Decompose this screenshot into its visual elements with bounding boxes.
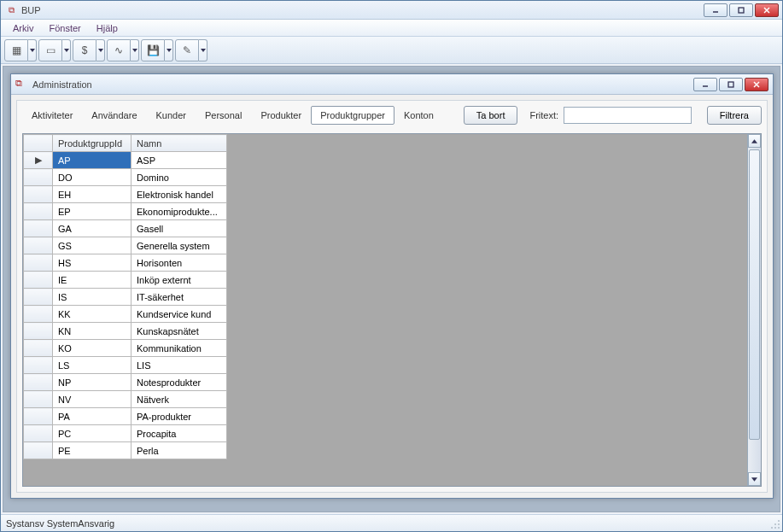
- table-row[interactable]: PAPA-produkter: [24, 408, 227, 425]
- row-header[interactable]: [24, 340, 53, 357]
- cell-namn[interactable]: Procapita: [131, 425, 227, 442]
- table-row[interactable]: ▶APASP: [24, 152, 227, 169]
- app-titlebar[interactable]: ⧉ BUP: [1, 1, 782, 20]
- row-header[interactable]: ▶: [24, 152, 53, 169]
- child-titlebar[interactable]: ⧉ Administration: [11, 74, 773, 95]
- cell-produktgruppid[interactable]: PE: [53, 442, 131, 459]
- tool-document-icon[interactable]: ▭: [38, 39, 62, 61]
- cell-produktgruppid[interactable]: GS: [53, 237, 131, 254]
- row-header-corner[interactable]: [24, 135, 53, 152]
- tab-personal[interactable]: Personal: [196, 106, 251, 125]
- data-grid[interactable]: ProduktgruppId Namn ▶APASPDODominoEHElek…: [22, 133, 762, 487]
- table-row[interactable]: DODomino: [24, 169, 227, 186]
- cell-produktgruppid[interactable]: KO: [53, 340, 131, 357]
- row-header[interactable]: [24, 254, 53, 272]
- cell-produktgruppid[interactable]: KN: [53, 323, 131, 340]
- vertical-scrollbar[interactable]: [747, 134, 761, 486]
- cell-namn[interactable]: Domino: [131, 169, 227, 186]
- row-header[interactable]: [24, 323, 53, 340]
- tab-produktgrupper[interactable]: Produktgrupper: [311, 106, 394, 125]
- tool-document-dropdown[interactable]: [62, 39, 71, 61]
- row-header[interactable]: [24, 186, 53, 203]
- table-row[interactable]: PEPerla: [24, 442, 227, 459]
- cell-namn[interactable]: IT-säkerhet: [131, 289, 227, 306]
- tab-kunder[interactable]: Kunder: [147, 106, 196, 125]
- row-header[interactable]: [24, 374, 53, 391]
- close-button[interactable]: [755, 3, 779, 17]
- cell-produktgruppid[interactable]: LS: [53, 357, 131, 374]
- tool-chart-icon[interactable]: ∿: [107, 39, 131, 61]
- cell-namn[interactable]: PA-produkter: [131, 408, 227, 425]
- freetext-input[interactable]: [564, 107, 692, 124]
- child-minimize-button[interactable]: [693, 78, 717, 91]
- cell-namn[interactable]: Perla: [131, 442, 227, 459]
- resize-grip-icon[interactable]: [768, 517, 780, 529]
- cell-namn[interactable]: Kundservice kund: [131, 306, 227, 323]
- cell-produktgruppid[interactable]: GA: [53, 220, 131, 237]
- tool-currency-dropdown[interactable]: [96, 39, 105, 61]
- scroll-thumb[interactable]: [749, 149, 760, 440]
- row-header[interactable]: [24, 391, 53, 408]
- cell-namn[interactable]: Elektronisk handel: [131, 186, 227, 203]
- table-row[interactable]: IEInköp externt: [24, 272, 227, 289]
- cell-produktgruppid[interactable]: NP: [53, 374, 131, 391]
- tool-tools-icon[interactable]: ✎: [175, 39, 199, 61]
- table-row[interactable]: KKKundservice kund: [24, 306, 227, 323]
- maximize-button[interactable]: [729, 3, 753, 17]
- table-row[interactable]: LSLIS: [24, 357, 227, 374]
- tool-chart-dropdown[interactable]: [131, 39, 139, 61]
- cell-namn[interactable]: ASP: [131, 152, 227, 169]
- table-row[interactable]: PCProcapita: [24, 425, 227, 442]
- tab-konton[interactable]: Konton: [394, 106, 443, 125]
- table-row[interactable]: KOKommunikation: [24, 340, 227, 357]
- cell-produktgruppid[interactable]: NV: [53, 391, 131, 408]
- cell-produktgruppid[interactable]: IS: [53, 289, 131, 306]
- cell-produktgruppid[interactable]: IE: [53, 272, 131, 289]
- cell-produktgruppid[interactable]: AP: [53, 152, 131, 169]
- tab-produkter[interactable]: Produkter: [251, 106, 311, 125]
- cell-namn[interactable]: Nätverk: [131, 391, 227, 408]
- cell-produktgruppid[interactable]: HS: [53, 254, 131, 272]
- table-row[interactable]: ISIT-säkerhet: [24, 289, 227, 306]
- row-header[interactable]: [24, 357, 53, 374]
- row-header[interactable]: [24, 220, 53, 237]
- cell-produktgruppid[interactable]: DO: [53, 169, 131, 186]
- cell-namn[interactable]: Notesprodukter: [131, 374, 227, 391]
- table-row[interactable]: EPEkonomiprodukte...: [24, 203, 227, 220]
- child-close-button[interactable]: [745, 78, 768, 91]
- menu-hjalp[interactable]: Hjälp: [90, 21, 125, 35]
- table-row[interactable]: GAGasell: [24, 220, 227, 237]
- row-header[interactable]: [24, 237, 53, 254]
- scroll-up-button[interactable]: [748, 134, 761, 148]
- cell-namn[interactable]: Ekonomiprodukte...: [131, 203, 227, 220]
- tool-save-dropdown[interactable]: [165, 39, 173, 61]
- column-header-name[interactable]: Namn: [131, 135, 227, 152]
- row-header[interactable]: [24, 289, 53, 306]
- scroll-down-button[interactable]: [748, 472, 761, 486]
- menu-arkiv[interactable]: Arkiv: [6, 21, 40, 35]
- cell-namn[interactable]: Horisonten: [131, 254, 227, 272]
- tool-grid-icon[interactable]: ▦: [4, 39, 28, 61]
- cell-namn[interactable]: Inköp externt: [131, 272, 227, 289]
- cell-namn[interactable]: Generella system: [131, 237, 227, 254]
- tool-currency-icon[interactable]: $: [73, 39, 96, 61]
- row-header[interactable]: [24, 408, 53, 425]
- cell-namn[interactable]: Kunskapsnätet: [131, 323, 227, 340]
- tab-användare[interactable]: Användare: [82, 106, 146, 125]
- row-header[interactable]: [24, 442, 53, 459]
- table-row[interactable]: GSGenerella system: [24, 237, 227, 254]
- row-header[interactable]: [24, 272, 53, 289]
- cell-produktgruppid[interactable]: EH: [53, 186, 131, 203]
- table-row[interactable]: HSHorisonten: [24, 254, 227, 272]
- table-row[interactable]: NVNätverk: [24, 391, 227, 408]
- table-row[interactable]: KNKunskapsnätet: [24, 323, 227, 340]
- row-header[interactable]: [24, 425, 53, 442]
- table-row[interactable]: EHElektronisk handel: [24, 186, 227, 203]
- minimize-button[interactable]: [704, 3, 727, 17]
- row-header[interactable]: [24, 306, 53, 323]
- menu-fonster[interactable]: Fönster: [42, 21, 87, 35]
- tab-aktiviteter[interactable]: Aktiviteter: [22, 106, 82, 125]
- tool-grid-dropdown[interactable]: [28, 39, 37, 61]
- cell-produktgruppid[interactable]: KK: [53, 306, 131, 323]
- tool-save-icon[interactable]: 💾: [141, 39, 165, 61]
